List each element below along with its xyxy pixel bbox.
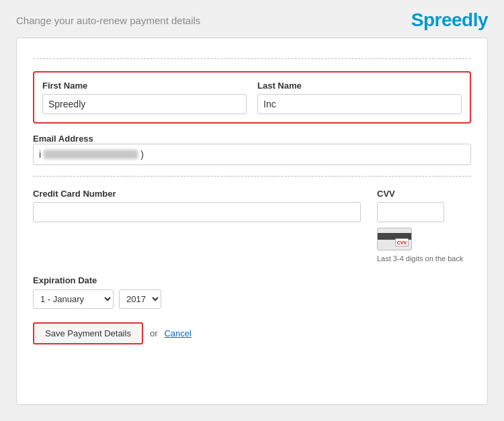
last-name-group: Last Name: [257, 81, 462, 114]
first-name-group: First Name: [42, 81, 247, 114]
email-input[interactable]: i ): [33, 144, 471, 165]
mid-divider: [33, 176, 471, 177]
card-section: Credit Card Number CVV CVV Last 3-4 digi…: [33, 189, 471, 263]
email-label: Email Address: [33, 134, 93, 144]
last-name-input[interactable]: [257, 94, 462, 114]
card-cvv-box: CVV: [395, 238, 409, 246]
main-card: First Name Last Name Email Address i ) C…: [16, 38, 488, 405]
last-name-label: Last Name: [257, 81, 462, 91]
expiry-section: Expiration Date 1 - January 2 - February…: [33, 275, 471, 309]
email-prefix: i: [39, 149, 41, 160]
top-divider: [33, 58, 471, 59]
cvv-group: CVV CVV Last 3-4 digits on the back: [377, 189, 471, 263]
expiry-row: 1 - January 2 - February 3 - March 4 - A…: [33, 289, 471, 309]
credit-card-group: Credit Card Number: [33, 189, 361, 222]
expiry-label: Expiration Date: [33, 275, 97, 285]
cvv-hint: Last 3-4 digits on the back: [377, 254, 463, 263]
email-suffix: ): [140, 149, 144, 160]
email-blur-block: [44, 150, 138, 159]
cvv-helper: CVV Last 3-4 digits on the back: [377, 228, 471, 263]
credit-card-label: Credit Card Number: [33, 189, 361, 199]
cvv-card-image: CVV: [377, 228, 412, 250]
credit-card-input[interactable]: [33, 202, 361, 222]
save-button[interactable]: Save Payment Details: [33, 322, 143, 344]
cancel-button[interactable]: Cancel: [164, 328, 191, 338]
email-section: Email Address i ): [33, 133, 471, 165]
first-name-label: First Name: [42, 81, 247, 91]
expiry-year-select[interactable]: 2017 2018 2019 2020 2021 2022 2023 2024 …: [119, 289, 161, 309]
logo: Spreedly: [411, 9, 488, 31]
cvv-input[interactable]: [377, 202, 444, 222]
first-name-input[interactable]: [42, 94, 247, 114]
action-row: Save Payment Details or Cancel: [33, 322, 471, 344]
cvv-label: CVV: [377, 189, 471, 199]
or-text: or: [150, 328, 158, 338]
expiry-month-select[interactable]: 1 - January 2 - February 3 - March 4 - A…: [33, 289, 114, 309]
name-section: First Name Last Name: [33, 71, 471, 124]
page-title: Change your auto-renew payment details: [16, 15, 200, 26]
